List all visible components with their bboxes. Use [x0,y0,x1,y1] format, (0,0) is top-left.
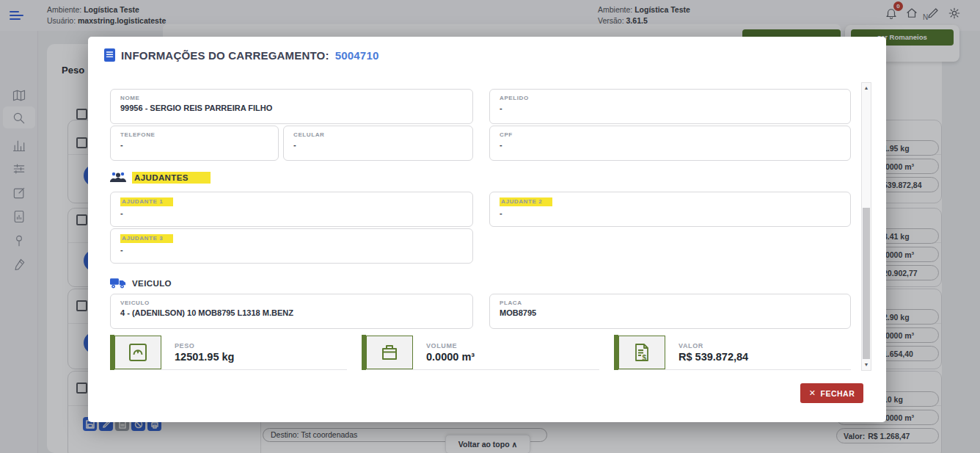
people-icon [110,172,126,184]
carregamento-info-modal: INFORMAÇÕES DO CARREGAMENTO: 5004710 NOM… [88,37,886,422]
modal-title: INFORMAÇÕES DO CARREGAMENTO: 5004710 [104,48,379,62]
veiculo-section-header: VEICULO [110,278,172,289]
scale-icon [114,336,161,369]
ajudantes-section-header: AJUDANTES [110,172,211,184]
placa-field: PLACA MOB8795 [489,294,851,329]
document-icon [104,48,115,62]
scroll-down-arrow[interactable]: ▼ [862,360,871,369]
ajudante1-field: AJUDANTE 1 - [110,192,473,227]
ajudante2-field: AJUDANTE 2 - [489,192,851,227]
close-icon: ✕ [809,388,816,398]
veiculo-field: VEICULO 4 - (ADENILSON) 10 MOB8795 L1318… [110,294,473,329]
valor-stat: $ VALORR$ 539.872,84 [614,335,851,370]
fechar-button[interactable]: ✕ FECHAR [800,383,863,403]
svg-text:$: $ [643,353,647,361]
celular-field: CELULAR - [283,126,473,161]
cpf-field: CPF - [489,126,851,161]
package-icon [366,336,413,369]
peso-stat: PESO12501.95 kg [110,335,347,370]
ajudante3-field: AJUDANTE 3 - [110,228,473,264]
volume-stat: VOLUME0.0000 m³ [362,335,599,370]
telefone-field: TELEFONE - [110,126,279,161]
app-root: Ambiente: Logística Teste Usuário: maxst… [0,0,980,453]
carregamento-number-link[interactable]: 5004710 [335,49,379,62]
scrollbar-thumb[interactable] [863,208,870,359]
nome-field: NOME 99956 - SERGIO REIS PARREIRA FILHO [110,89,473,124]
apelido-field: APELIDO - [489,89,851,124]
scroll-up-arrow[interactable]: ▲ [862,84,871,93]
truck-icon [110,278,126,289]
modal-scrollbar[interactable]: ▲ ▼ [861,82,871,371]
invoice-icon: $ [618,336,665,369]
